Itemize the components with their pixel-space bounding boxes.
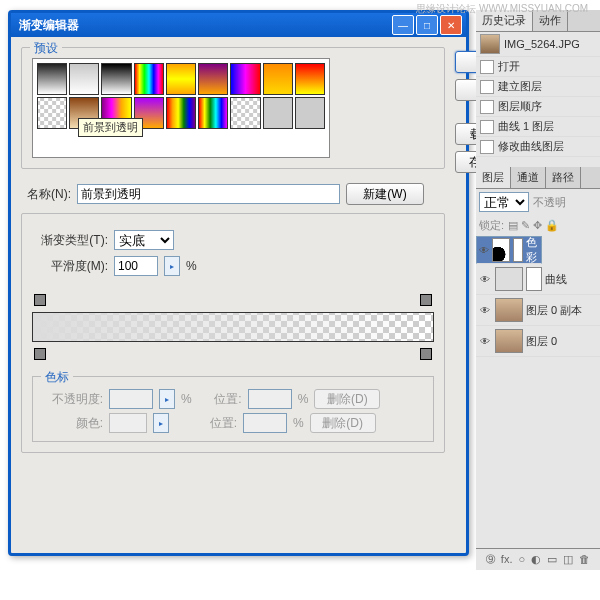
visibility-icon[interactable]: 👁: [479, 243, 489, 257]
side-panels: 历史记录 动作 IMG_5264.JPG 打开建立图层图层顺序曲线 1 图层修改…: [476, 10, 600, 570]
delete-button-1: 删除(D): [314, 389, 380, 409]
tab-paths[interactable]: 路径: [546, 167, 581, 188]
visibility-icon[interactable]: 👁: [478, 272, 492, 286]
preset-swatch[interactable]: [263, 97, 293, 129]
presets-label: 预设: [30, 40, 62, 57]
tab-layers[interactable]: 图层: [476, 167, 511, 188]
preset-swatch[interactable]: [69, 63, 99, 95]
layer-panel-icon[interactable]: 🗑: [579, 553, 590, 566]
opacity-stop-right[interactable]: [420, 294, 432, 306]
fill-label: 不透明: [533, 195, 566, 210]
smooth-input[interactable]: [114, 256, 158, 276]
blend-mode-select[interactable]: 正常: [479, 192, 529, 212]
history-item[interactable]: 图层顺序: [476, 97, 600, 117]
watermark: 思缘设计论坛 WWW.MISSYUAN.COM: [416, 2, 588, 16]
layer-row[interactable]: 👁图层 0: [476, 326, 600, 357]
preset-swatch[interactable]: [37, 97, 67, 129]
history-item[interactable]: 打开: [476, 57, 600, 77]
preset-swatch[interactable]: [134, 63, 164, 95]
preset-swatch[interactable]: [101, 63, 131, 95]
preset-swatch[interactable]: [295, 97, 325, 129]
layer-panel-icon[interactable]: ▭: [547, 553, 557, 566]
pct1: %: [181, 392, 192, 406]
name-label: 名称(N):: [21, 186, 71, 203]
pos-label: 位置:: [198, 391, 242, 408]
dialog-title: 渐变编辑器: [15, 17, 392, 34]
pct2: %: [298, 392, 309, 406]
tab-channels[interactable]: 通道: [511, 167, 546, 188]
opacity-stop-left[interactable]: [34, 294, 46, 306]
close-button[interactable]: ✕: [440, 15, 462, 35]
gradient-editor-dialog: 渐变编辑器 — □ ✕ 预设 前景到透明 名称(N): 新建(W) 渐变类型(T…: [8, 10, 469, 556]
history-item[interactable]: 建立图层: [476, 77, 600, 97]
preset-swatch[interactable]: [230, 63, 260, 95]
history-file: IMG_5264.JPG: [504, 38, 580, 50]
layer-row[interactable]: 👁图层 0 副本: [476, 295, 600, 326]
layer-panel-icon[interactable]: fx.: [501, 553, 513, 566]
pos-input-2: [243, 413, 287, 433]
arrow-icon2: ▸: [153, 413, 169, 433]
stops-label: 色标: [41, 369, 73, 386]
pct3: %: [293, 416, 304, 430]
preset-swatch[interactable]: [166, 63, 196, 95]
pos-label-2: 位置:: [193, 415, 237, 432]
history-source[interactable]: IMG_5264.JPG: [476, 32, 600, 57]
type-select[interactable]: 实底: [114, 230, 174, 250]
maximize-button[interactable]: □: [416, 15, 438, 35]
new-button[interactable]: 新建(W): [346, 183, 424, 205]
lock-label: 锁定:: [479, 218, 504, 233]
layer-panel-icon[interactable]: ◐: [531, 553, 541, 566]
name-input[interactable]: [77, 184, 340, 204]
preset-swatch[interactable]: [198, 97, 228, 129]
smooth-label: 平滑度(M):: [32, 258, 108, 275]
history-item[interactable]: 修改曲线图层: [476, 137, 600, 157]
visibility-icon[interactable]: 👁: [478, 303, 492, 317]
preset-swatch[interactable]: [37, 63, 67, 95]
layer-row[interactable]: 👁曲线: [476, 264, 600, 295]
opacity-label: 不透明度:: [43, 391, 103, 408]
layer-panel-icon[interactable]: ○: [518, 553, 525, 566]
preset-swatch[interactable]: [166, 97, 196, 129]
color-stop-left[interactable]: [34, 348, 46, 360]
dropdown-icon[interactable]: ▸: [164, 256, 180, 276]
percent-label: %: [186, 259, 197, 273]
layer-row[interactable]: 👁色彩: [476, 236, 542, 264]
layer-panel-icon[interactable]: ◫: [563, 553, 573, 566]
preset-swatch[interactable]: [295, 63, 325, 95]
arrow-icon: ▸: [159, 389, 175, 409]
layer-panel-icon[interactable]: ➈: [486, 553, 495, 566]
gradient-bar[interactable]: [32, 312, 434, 342]
lock-icons[interactable]: ▤ ✎ ✥ 🔒: [508, 219, 559, 232]
color-swatch: [109, 413, 147, 433]
pos-input-1: [248, 389, 292, 409]
titlebar[interactable]: 渐变编辑器 — □ ✕: [11, 13, 466, 37]
type-label: 渐变类型(T):: [32, 232, 108, 249]
color-stop-right[interactable]: [420, 348, 432, 360]
history-item[interactable]: 曲线 1 图层: [476, 117, 600, 137]
minimize-button[interactable]: —: [392, 15, 414, 35]
presets-grid[interactable]: [32, 58, 330, 158]
swatch-tooltip: 前景到透明: [78, 118, 143, 137]
visibility-icon[interactable]: 👁: [478, 334, 492, 348]
preset-swatch[interactable]: [263, 63, 293, 95]
opacity-input: [109, 389, 153, 409]
delete-button-2: 删除(D): [310, 413, 376, 433]
color-label: 颜色:: [43, 415, 103, 432]
preset-swatch[interactable]: [230, 97, 260, 129]
preset-swatch[interactable]: [198, 63, 228, 95]
